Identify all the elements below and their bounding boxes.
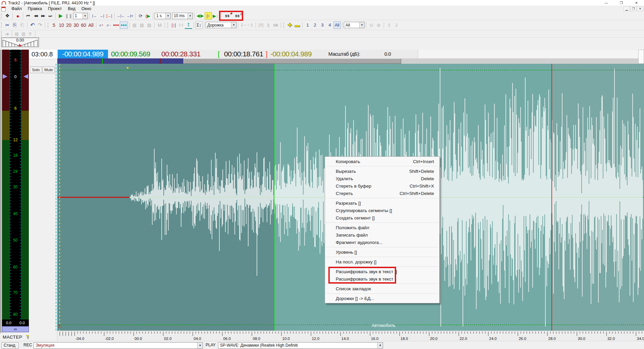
toolbar-grip[interactable]: [1, 13, 2, 18]
track-2-button[interactable]: 2: [311, 21, 319, 29]
track-1-button[interactable]: 1: [304, 21, 311, 29]
time-ruler[interactable]: -04.0-02.000.002.004.006.008.010.012.014…: [57, 331, 644, 341]
mdi-close-button[interactable]: ✕: [637, 6, 643, 11]
view-start-field[interactable]: -00:00:04.989: [270, 50, 312, 58]
marker-clear-button[interactable]: Ẋ̲: [265, 21, 272, 29]
context-menu-item[interactable]: КопироватьCtrl+Insert: [325, 158, 439, 165]
x4-view-button[interactable]: ▨: [146, 21, 153, 29]
pin-down-button[interactable]: ↧┄: [239, 21, 247, 29]
track-mode-combo[interactable]: Дорожка▼: [206, 22, 236, 28]
selection-length-field[interactable]: 00:00:18.761: [224, 50, 263, 58]
project-icon[interactable]: ❖: [4, 12, 11, 19]
range-combo[interactable]: 1 s▼: [155, 13, 171, 19]
cursor-to-sel-end-button[interactable]: →|: [98, 12, 106, 19]
mdi-restore-button[interactable]: ❐: [630, 6, 637, 11]
context-menu-item[interactable]: Создать сегмент []: [325, 214, 439, 221]
pan-balance-widget[interactable]: 0.00: [1, 38, 39, 47]
x2-view-button[interactable]: ▨: [138, 21, 146, 29]
go-start-button[interactable]: ⏮: [24, 12, 32, 19]
fit-vertical-button[interactable]: [↕]: [170, 21, 177, 29]
sum-tracks-button[interactable]: Σ↕: [195, 21, 203, 29]
play-marked-button[interactable]: (▶: [144, 12, 152, 19]
overview-scrollbar[interactable]: [57, 58, 644, 64]
scale-db-value[interactable]: 0.0: [384, 50, 391, 58]
step-combo[interactable]: 10 ms▼: [172, 13, 193, 19]
play-button[interactable]: ▶: [57, 12, 64, 19]
menu-edit[interactable]: Правка: [25, 6, 45, 12]
track-4-button[interactable]: 4: [326, 21, 333, 29]
menu-window[interactable]: Окно: [78, 6, 94, 12]
menu-file[interactable]: Файл: [8, 6, 25, 12]
track-3-button[interactable]: 3: [319, 21, 326, 29]
toolbar-grip[interactable]: [1, 22, 2, 28]
zoom-out-icon[interactable]: ⌕−: [105, 21, 112, 29]
context-menu-item[interactable]: Разрезать []: [325, 199, 439, 207]
loop-button[interactable]: ⟳: [137, 12, 144, 19]
select-brackets-button[interactable]: [→]: [106, 12, 113, 19]
segment-anchor-icon[interactable]: ⚲: [27, 31, 34, 37]
red-dots-view-button[interactable]: [112, 21, 120, 29]
play-count-combo[interactable]: 1▼: [73, 13, 88, 19]
close-button[interactable]: ✕: [629, 0, 644, 6]
ok-button[interactable]: ok: [272, 21, 279, 29]
context-menu-item[interactable]: СтеретьCtrl+Shift+Delete: [325, 190, 439, 197]
context-menu-item[interactable]: Список закладок: [325, 285, 439, 292]
menu-project[interactable]: Проект: [45, 6, 65, 12]
overview-loaded-region[interactable]: [57, 58, 183, 64]
rewind-button[interactable]: ◀◀: [32, 12, 39, 19]
h-scale-button[interactable]: ◀|▶: [196, 12, 205, 19]
pin-up-button[interactable]: ┄↥: [247, 21, 254, 29]
minimize-button[interactable]: —: [599, 0, 614, 6]
document-icon[interactable]: [1, 7, 6, 11]
paste-button[interactable]: ⎗: [18, 21, 26, 29]
zoom-preset-60-button[interactable]: 60: [80, 21, 87, 29]
snap-right-button[interactable]: →|+: [126, 12, 134, 19]
meter-zero-marker-left[interactable]: [3, 74, 7, 79]
menu-view[interactable]: Вид: [65, 6, 78, 12]
play-device-combo[interactable]: SP-WAVE: Динамики (Realtek High Definiti…: [218, 342, 383, 349]
toolbar-grip[interactable]: [283, 22, 285, 28]
solo-button[interactable]: Solo: [30, 66, 42, 73]
zoom-preset-5-button[interactable]: 5: [50, 21, 58, 29]
context-menu-item[interactable]: Дорожки [] -> БД...: [325, 295, 439, 302]
mute-button[interactable]: Mute: [43, 66, 55, 73]
segment-group-icon[interactable]: ▥: [20, 31, 27, 37]
move-track-up-button[interactable]: ⇧: [385, 21, 393, 29]
context-menu-item[interactable]: На посл. дорожку []: [325, 258, 439, 265]
maximize-button[interactable]: ❐: [614, 0, 629, 6]
context-menu-item[interactable]: Стереть в буферCtrl+Shift+X: [325, 182, 439, 190]
zoom-preset-20-button[interactable]: 20: [65, 21, 72, 29]
context-menu-item[interactable]: Фрагмент аудиолога...: [325, 239, 439, 246]
zoom-preset-all-button[interactable]: All: [87, 21, 95, 29]
teal-dots-view-button[interactable]: [120, 21, 128, 29]
infinity-indicator[interactable]: ∞: [2, 326, 29, 332]
x1-view-button[interactable]: ▨: [131, 21, 138, 29]
align-bottom-button[interactable]: ↥: [185, 21, 192, 29]
context-menu-item[interactable]: Сгруппировать сегменты []: [325, 207, 439, 214]
snap-left-button[interactable]: →|←: [116, 12, 126, 19]
cursor-to-sel-start-button[interactable]: |→: [91, 12, 98, 19]
go-end-button[interactable]: ⏭: [47, 12, 54, 19]
context-menu-item[interactable]: Положить файл: [325, 224, 439, 231]
selection-end-field[interactable]: 00:00:28.331: [161, 50, 201, 58]
v-scale-auto-button[interactable]: ▶↕: [212, 12, 219, 19]
segments-icon[interactable]: ▤: [13, 31, 20, 37]
apply-arrow-icon[interactable]: ➜: [4, 31, 10, 37]
meter-zero-marker-right[interactable]: [23, 74, 28, 79]
marker-delete-button[interactable]: [Ẋ]: [257, 21, 265, 29]
zoom-in-icon[interactable]: ⌕+: [98, 21, 105, 29]
record-device-combo[interactable]: Эмуляция ▼: [34, 342, 203, 349]
pause-button[interactable]: ❚❚: [64, 12, 73, 19]
undo-button[interactable]: ↶: [29, 21, 36, 29]
cut-button[interactable]: ✂: [4, 21, 11, 29]
selection-start-field[interactable]: 00:00:09.569: [111, 50, 150, 58]
context-menu-item[interactable]: Записать файл: [325, 231, 439, 239]
add-track-button[interactable]: ✚: [286, 21, 293, 29]
overview-thumb[interactable]: [183, 58, 401, 64]
mdi-minimize-button[interactable]: ▁: [624, 6, 630, 11]
show-track-icon[interactable]: ⊙: [368, 21, 375, 29]
zoom-preset-10-button[interactable]: 10: [58, 21, 65, 29]
context-menu-item[interactable]: УдалитьDelete: [325, 175, 439, 182]
forward-button[interactable]: ▶▶: [39, 12, 47, 19]
hide-track-icon[interactable]: ⊘: [375, 21, 382, 29]
